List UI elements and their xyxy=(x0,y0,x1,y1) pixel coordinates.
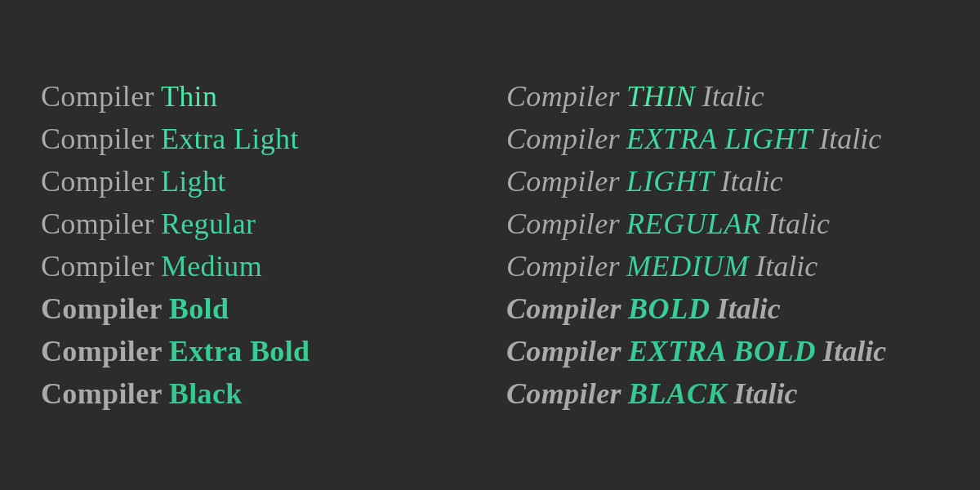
weight-word: Extra Bold xyxy=(169,334,310,368)
font-row-italic: CompilerMEDIUMItalic xyxy=(506,247,939,286)
compiler-word-italic: Compiler xyxy=(506,164,620,198)
font-row-italic: CompilerLIGHTItalic xyxy=(506,162,939,201)
font-row-italic: CompilerTHINItalic xyxy=(506,77,939,116)
font-row: CompilerExtra Bold xyxy=(41,332,474,371)
italic-label: Italic xyxy=(819,122,881,156)
font-row: CompilerBold xyxy=(41,289,474,328)
compiler-word: Compiler xyxy=(41,164,154,198)
font-row: CompilerRegular xyxy=(41,204,474,243)
font-row: CompilerBlack xyxy=(41,374,474,413)
weight-word-italic: EXTRA LIGHT xyxy=(626,122,813,156)
compiler-word-italic: Compiler xyxy=(506,207,620,241)
italic-label: Italic xyxy=(822,334,886,368)
weight-word-italic: REGULAR xyxy=(626,207,761,241)
compiler-word: Compiler xyxy=(41,79,154,114)
italic-label: Italic xyxy=(768,207,830,241)
weight-word: Light xyxy=(161,164,226,198)
compiler-word-italic: Compiler xyxy=(506,376,621,411)
italic-label: Italic xyxy=(702,79,764,114)
font-row-italic: CompilerEXTRA LIGHTItalic xyxy=(506,119,939,158)
compiler-word: Compiler xyxy=(41,249,154,283)
font-row: CompilerMedium xyxy=(41,247,474,286)
weight-word-italic: MEDIUM xyxy=(626,249,749,283)
weight-word: Medium xyxy=(161,249,262,283)
font-row-italic: CompilerBLACKItalic xyxy=(506,374,939,413)
font-row: CompilerLight xyxy=(41,162,474,201)
italic-label: Italic xyxy=(755,249,817,283)
weight-word: Extra Light xyxy=(161,122,299,156)
font-row-italic: CompilerBOLDItalic xyxy=(506,289,939,328)
compiler-word: Compiler xyxy=(41,122,154,156)
weight-word: Thin xyxy=(161,79,217,114)
compiler-word-italic: Compiler xyxy=(506,292,621,326)
compiler-word: Compiler xyxy=(41,334,163,368)
compiler-word-italic: Compiler xyxy=(506,334,621,368)
font-row-italic: CompilerREGULARItalic xyxy=(506,204,939,243)
weight-word-italic: THIN xyxy=(626,79,696,114)
font-row: CompilerThin xyxy=(41,77,474,116)
font-row: CompilerExtra Light xyxy=(41,119,474,158)
weight-word-italic: LIGHT xyxy=(626,164,715,198)
font-row-italic: CompilerEXTRA BOLDItalic xyxy=(506,332,939,371)
compiler-word: Compiler xyxy=(41,207,154,241)
left-column: CompilerThinCompilerExtra LightCompilerL… xyxy=(41,77,474,413)
compiler-word-italic: Compiler xyxy=(506,249,620,283)
italic-label: Italic xyxy=(734,376,798,411)
italic-label: Italic xyxy=(721,164,783,198)
weight-word-italic: BOLD xyxy=(628,292,710,326)
weight-word-italic: BLACK xyxy=(628,376,728,411)
compiler-word-italic: Compiler xyxy=(506,122,620,156)
compiler-word: Compiler xyxy=(41,292,163,326)
weight-word-italic: EXTRA BOLD xyxy=(628,334,816,368)
font-showcase: CompilerThinCompilerExtra LightCompilerL… xyxy=(41,77,939,413)
weight-word: Regular xyxy=(161,207,256,241)
weight-word: Bold xyxy=(169,292,229,326)
weight-word: Black xyxy=(169,376,243,411)
right-column: CompilerTHINItalicCompilerEXTRA LIGHTIta… xyxy=(506,77,939,413)
italic-label: Italic xyxy=(717,292,781,326)
compiler-word: Compiler xyxy=(41,376,163,411)
compiler-word-italic: Compiler xyxy=(506,79,620,114)
